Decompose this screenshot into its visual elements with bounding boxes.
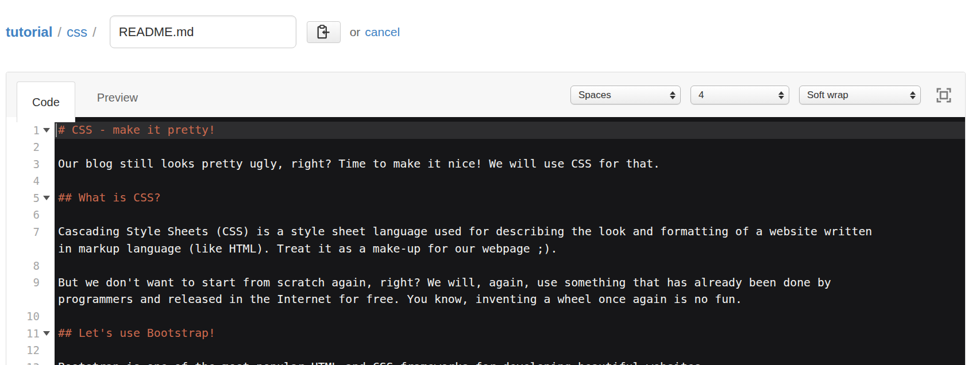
code-text: programmers and released in the Internet… bbox=[58, 293, 742, 306]
editor-controls: Spaces 4 Soft wrap bbox=[570, 86, 951, 104]
code-line[interactable] bbox=[55, 173, 965, 190]
breadcrumb-folder-link[interactable]: css bbox=[67, 24, 87, 40]
cancel-link[interactable]: cancel bbox=[365, 25, 400, 39]
code-line[interactable]: Cascading Style Sheets (CSS) is a style … bbox=[55, 223, 965, 240]
line-number: 2 bbox=[6, 139, 55, 156]
code-text: But we don't want to start from scratch … bbox=[58, 276, 831, 289]
line-number: 8 bbox=[6, 257, 55, 274]
wrap-mode-value: Soft wrap bbox=[807, 90, 905, 101]
breadcrumb-separator: / bbox=[57, 24, 61, 40]
code-line[interactable]: Our blog still looks pretty ugly, right?… bbox=[55, 156, 965, 173]
code-line[interactable] bbox=[55, 139, 965, 156]
tab-code[interactable]: Code bbox=[17, 81, 75, 122]
editor-header: Code Preview Spaces 4 Soft wrap bbox=[6, 72, 965, 117]
filename-input[interactable] bbox=[110, 15, 296, 48]
line-number: 4 bbox=[6, 173, 55, 190]
code-line[interactable]: ## What is CSS? bbox=[55, 189, 965, 207]
line-number-gutter: 12345678910111213 bbox=[6, 117, 55, 365]
wrap-mode-select[interactable]: Soft wrap bbox=[799, 86, 921, 104]
stepper-arrows-icon bbox=[670, 91, 676, 99]
or-label: or bbox=[350, 25, 361, 39]
line-number: 13 bbox=[6, 359, 55, 365]
code-text: # CSS - make it pretty! bbox=[58, 123, 215, 137]
code-line[interactable]: ## Let's use Bootstrap! bbox=[55, 325, 965, 342]
line-number: 1 bbox=[6, 122, 55, 139]
file-editor-page: tutorial / css / or cancel Code Preview bbox=[0, 0, 980, 365]
editor-tabs: Code Preview bbox=[17, 72, 153, 117]
stepper-arrows-icon bbox=[910, 91, 916, 99]
code-line[interactable]: programmers and released in the Internet… bbox=[55, 291, 965, 308]
breadcrumb-repo-link[interactable]: tutorial bbox=[6, 24, 52, 40]
text-cursor bbox=[56, 123, 57, 137]
code-line[interactable] bbox=[55, 207, 965, 224]
stepper-arrows-icon bbox=[778, 91, 784, 99]
code-line[interactable]: Bootstrap is one of the most popular HTM… bbox=[55, 359, 965, 365]
fold-toggle-icon[interactable] bbox=[43, 128, 50, 133]
code-text: Our blog still looks pretty ugly, right?… bbox=[58, 157, 660, 170]
indent-size-select[interactable]: 4 bbox=[690, 86, 789, 104]
line-number: 3 bbox=[6, 156, 55, 173]
line-number: 12 bbox=[6, 342, 55, 359]
code-line[interactable]: # CSS - make it pretty! bbox=[55, 122, 965, 139]
code-line[interactable] bbox=[55, 342, 965, 359]
code-line[interactable] bbox=[55, 257, 965, 274]
line-number: 5 bbox=[6, 189, 55, 207]
indent-size-value: 4 bbox=[699, 90, 774, 101]
line-number bbox=[6, 240, 55, 258]
code-line[interactable]: But we don't want to start from scratch … bbox=[55, 274, 965, 292]
code-content[interactable]: # CSS - make it pretty!Our blog still lo… bbox=[55, 117, 965, 365]
clipboard-button[interactable] bbox=[307, 21, 341, 43]
code-text: ## What is CSS? bbox=[58, 191, 161, 204]
editor-panel: Code Preview Spaces 4 Soft wrap bbox=[6, 72, 966, 365]
line-number: 6 bbox=[6, 207, 55, 224]
fold-toggle-icon[interactable] bbox=[43, 331, 50, 336]
code-text: Cascading Style Sheets (CSS) is a style … bbox=[58, 225, 872, 238]
code-text: Bootstrap is one of the most popular HTM… bbox=[58, 360, 708, 365]
line-number: 7 bbox=[6, 223, 55, 240]
code-line[interactable] bbox=[55, 308, 965, 325]
line-number: 11 bbox=[6, 325, 55, 342]
indent-mode-value: Spaces bbox=[578, 90, 665, 101]
code-text: ## Let's use Bootstrap! bbox=[58, 327, 215, 340]
line-number bbox=[6, 291, 55, 308]
indent-mode-select[interactable]: Spaces bbox=[570, 86, 681, 104]
code-editor: 12345678910111213 # CSS - make it pretty… bbox=[6, 117, 965, 365]
code-text: in markup language (like HTML). Treat it… bbox=[58, 242, 557, 255]
line-number: 10 bbox=[6, 308, 55, 325]
clipboard-arrow-icon bbox=[317, 24, 330, 40]
breadcrumb: tutorial / css / or cancel bbox=[6, 0, 980, 48]
tab-preview[interactable]: Preview bbox=[82, 81, 153, 114]
fullscreen-button[interactable] bbox=[936, 88, 951, 103]
code-line[interactable]: in markup language (like HTML). Treat it… bbox=[55, 240, 965, 258]
breadcrumb-separator: / bbox=[92, 24, 97, 40]
line-number: 9 bbox=[6, 274, 55, 292]
screen-full-icon bbox=[936, 88, 951, 103]
fold-toggle-icon[interactable] bbox=[43, 196, 50, 200]
